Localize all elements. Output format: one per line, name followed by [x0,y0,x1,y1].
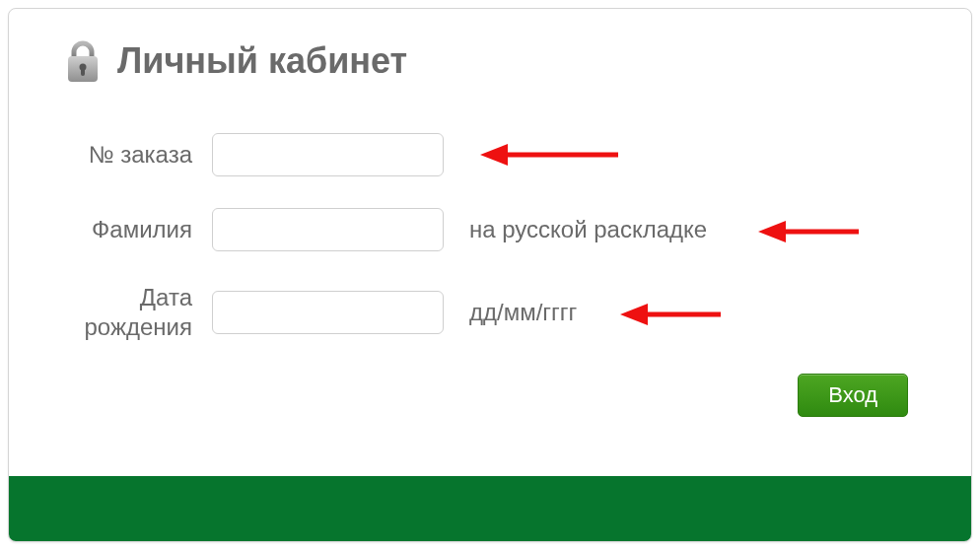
row-order: № заказа [64,133,916,176]
header: Личный кабинет [64,38,916,84]
arrow-annotation-icon [474,139,622,171]
label-surname: Фамилия [64,215,192,244]
row-surname: Фамилия на русской раскладке [64,208,916,251]
svg-marker-6 [758,221,786,242]
label-order: № заказа [64,140,192,170]
svg-marker-8 [620,304,648,325]
hint-dob: дд/мм/гггг [469,299,577,326]
footer-bar [9,476,971,541]
input-order[interactable] [212,133,444,176]
input-dob[interactable] [212,291,444,334]
svg-marker-4 [480,144,508,166]
svg-rect-2 [81,68,85,76]
hint-surname: на русской раскладке [469,216,707,243]
card-body: Личный кабинет № заказа Фамилия на русск… [9,9,971,476]
arrow-annotation-icon [616,299,725,330]
row-dob: Дата рождения дд/мм/гггг [64,283,916,342]
page-title: Личный кабинет [117,40,407,82]
label-dob: Дата рождения [64,283,192,342]
lock-icon [64,38,102,84]
button-row: Вход [64,374,916,417]
arrow-annotation-icon [754,216,863,247]
submit-button[interactable]: Вход [798,374,908,417]
login-card: Личный кабинет № заказа Фамилия на русск… [8,8,972,542]
input-surname[interactable] [212,208,444,251]
